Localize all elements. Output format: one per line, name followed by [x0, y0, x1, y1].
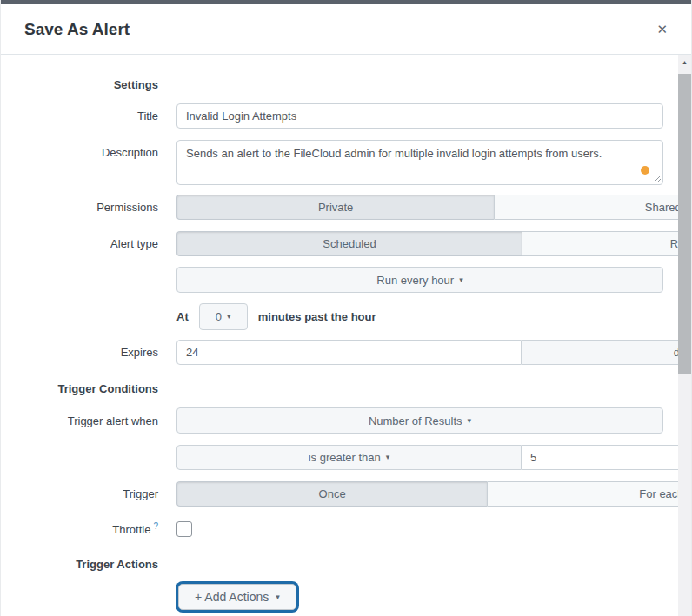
trigger-alert-when-dropdown[interactable]: Number of Results ▾: [176, 407, 663, 434]
permissions-private-button[interactable]: Private: [176, 195, 494, 220]
comparator-value: is greater than: [309, 451, 381, 464]
throttle-label: Throttle?: [1, 521, 158, 536]
scrollbar-up-arrow-icon[interactable]: ▲: [678, 55, 691, 69]
expires-input[interactable]: [176, 340, 522, 365]
expires-label: Expires: [1, 346, 158, 359]
trigger-once-button[interactable]: Once: [176, 481, 487, 507]
minutes-past-hour-label: minutes past the hour: [258, 310, 376, 323]
schedule-dropdown-value: Run every hour: [376, 274, 454, 287]
caret-down-icon: ▾: [276, 593, 280, 601]
settings-heading: Settings: [1, 78, 158, 91]
expires-unit-dropdown[interactable]: day(s) ▾: [522, 340, 692, 365]
trigger-alert-when-value: Number of Results: [369, 414, 462, 427]
alert-type-toggle: Scheduled Real-time: [176, 231, 692, 256]
alert-type-label: Alert type: [1, 237, 158, 250]
comparator-dropdown[interactable]: is greater than ▾: [176, 445, 522, 470]
dialog-title: Save As Alert: [24, 20, 130, 39]
alert-type-scheduled-button[interactable]: Scheduled: [176, 231, 522, 256]
trigger-toggle: Once For each result: [176, 481, 692, 507]
caret-down-icon: ▾: [459, 276, 463, 284]
title-input[interactable]: [176, 103, 663, 129]
permissions-label: Permissions: [1, 201, 158, 214]
minutes-dropdown[interactable]: 0 ▾: [199, 303, 248, 330]
add-actions-button[interactable]: + Add Actions ▾: [178, 584, 296, 610]
schedule-dropdown[interactable]: Run every hour ▾: [176, 267, 663, 293]
trigger-alert-when-label: Trigger alert when: [1, 414, 158, 427]
caret-down-icon: ▾: [386, 454, 390, 461]
add-actions-label: + Add Actions: [195, 590, 269, 604]
dialog-body: Settings Title Description Sends an aler…: [1, 55, 691, 610]
title-label: Title: [1, 109, 158, 123]
scrollbar-thumb[interactable]: [678, 74, 691, 374]
description-label: Description: [1, 140, 158, 159]
scrollbar[interactable]: ▲: [678, 55, 691, 616]
minutes-dropdown-value: 0: [216, 310, 222, 323]
dialog-header: Save As Alert ✕: [1, 4, 691, 55]
throttle-help-link[interactable]: ?: [153, 521, 158, 531]
alert-type-realtime-button[interactable]: Real-time: [522, 231, 692, 256]
threshold-input[interactable]: [522, 445, 692, 470]
throttle-checkbox[interactable]: [176, 521, 192, 537]
resize-handle-icon[interactable]: [653, 175, 661, 182]
trigger-label: Trigger: [1, 487, 158, 500]
trigger-each-result-button[interactable]: For each result: [487, 481, 692, 507]
permissions-toggle: Private Shared in App: [176, 195, 692, 220]
trigger-conditions-heading: Trigger Conditions: [1, 382, 158, 395]
caret-down-icon: ▾: [227, 313, 231, 321]
description-textarea[interactable]: Sends an alert to the FileCloud admin fo…: [176, 140, 663, 185]
trigger-actions-heading: Trigger Actions: [1, 558, 158, 571]
permissions-shared-button[interactable]: Shared in App: [494, 195, 692, 220]
at-label: At: [176, 310, 189, 323]
orange-dot-icon: [641, 166, 649, 175]
caret-down-icon: ▾: [468, 417, 472, 425]
save-as-alert-dialog: Save As Alert ✕ Settings Title Descripti…: [0, 0, 692, 616]
close-icon[interactable]: ✕: [653, 19, 671, 39]
